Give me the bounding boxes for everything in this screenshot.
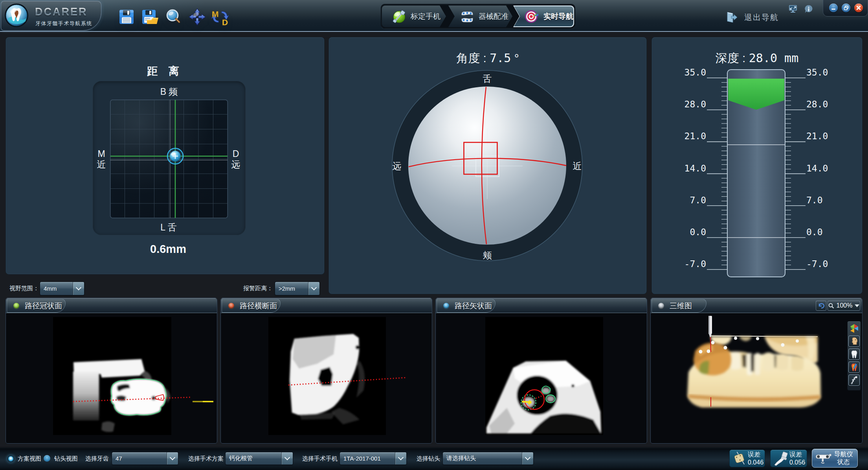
head-icon xyxy=(850,337,859,346)
sagittal-image-area[interactable] xyxy=(436,313,646,443)
error-label: 误差 xyxy=(748,451,763,459)
view-range-value: 4mm xyxy=(40,285,73,292)
path-sagittal-panel: 路径矢状面 xyxy=(435,298,647,444)
zoom-button[interactable] xyxy=(164,7,183,26)
angle-left-label: 远 xyxy=(387,160,407,172)
status-dot-gray xyxy=(658,303,664,309)
tooth-icon xyxy=(850,350,859,359)
move-icon xyxy=(189,8,206,26)
drill-view-label: 钻头视图 xyxy=(54,455,78,463)
tooth-drill-view-button[interactable] xyxy=(848,361,860,373)
coronal-image-area[interactable] xyxy=(6,313,217,443)
undo-rotate-icon xyxy=(818,302,825,309)
svg-text:35.0: 35.0 xyxy=(806,67,828,77)
svg-text:0.0: 0.0 xyxy=(806,227,823,237)
tooth-view-button[interactable] xyxy=(848,348,860,360)
panel-tab[interactable]: 路径矢状面 xyxy=(437,299,495,313)
tooth-select[interactable]: 47 xyxy=(112,452,178,465)
panel-title: 路径矢状面 xyxy=(455,301,492,311)
slices-view-button[interactable] xyxy=(848,323,860,334)
drill-select[interactable]: 请选择钻头 xyxy=(442,452,534,465)
chevron-down-icon xyxy=(308,282,319,295)
svg-text:0.0: 0.0 xyxy=(690,227,706,237)
distance-right-axis-cn: 远 xyxy=(228,159,244,171)
sensor-plate-icon xyxy=(730,451,748,466)
status-dot-blue xyxy=(443,303,449,309)
help-bubble-icon[interactable] xyxy=(804,4,813,15)
plan-select[interactable]: 钙化根管 xyxy=(225,452,293,465)
threed-panel: 三维图 100% xyxy=(650,298,862,444)
tooth-select-value: 47 xyxy=(112,455,167,462)
svg-text:21.0: 21.0 xyxy=(684,131,706,141)
svg-text:7.0: 7.0 xyxy=(690,195,706,205)
status-dot-green xyxy=(13,303,19,309)
alarm-distance-value: >2mm xyxy=(275,285,308,292)
distance-panel-title: 距 离 xyxy=(6,64,325,78)
panel-title: 路径横断面 xyxy=(240,301,277,311)
plan-select-label: 选择手术方案 xyxy=(188,455,224,463)
distance-value: 0.6mm xyxy=(6,243,331,256)
exit-navigation-button[interactable]: 退出导航 xyxy=(726,10,779,24)
exit-navigation-label: 退出导航 xyxy=(744,12,779,23)
zoom-level-select[interactable]: 100% xyxy=(828,300,860,311)
handpiece-calibration-icon xyxy=(392,9,406,24)
reset-view-button[interactable] xyxy=(816,300,826,311)
display-switch-icon[interactable] xyxy=(789,4,798,15)
tab-handpiece-calibration[interactable]: 标定手机 xyxy=(382,6,446,27)
distance-grid xyxy=(110,100,228,220)
svg-text:28.0: 28.0 xyxy=(806,99,828,109)
target-ball-icon xyxy=(167,148,183,164)
alarm-distance-select[interactable]: >2mm xyxy=(275,282,320,295)
panel-tab[interactable]: 路径横断面 xyxy=(222,299,281,313)
svg-text:-7.0: -7.0 xyxy=(806,259,828,269)
close-button[interactable] xyxy=(854,4,863,12)
svg-text:14.0: 14.0 xyxy=(684,163,706,173)
svg-text:21.0: 21.0 xyxy=(806,131,828,141)
error-value: 0.046 xyxy=(748,459,763,466)
save-icon xyxy=(118,9,135,25)
angle-panel-title: 角度 : 7.5 ° xyxy=(328,50,647,66)
handpiece-select[interactable]: 1TA-2017-001 xyxy=(339,452,407,465)
angle-right-label: 近 xyxy=(567,160,587,172)
pin-view-button[interactable] xyxy=(848,374,860,386)
sensor-error-button[interactable]: 误差 0.046 xyxy=(729,450,765,467)
plan-view-radio[interactable] xyxy=(7,455,15,463)
handpiece-error-button[interactable]: 误差 0.056 xyxy=(770,450,807,467)
navigator-status-line2: 状态 xyxy=(833,458,854,466)
svg-text:35.0: 35.0 xyxy=(684,67,706,77)
restore-button[interactable] xyxy=(842,4,850,12)
head-view-button[interactable] xyxy=(848,335,860,347)
panel-tab[interactable]: 三维图 xyxy=(651,299,707,313)
distance-right-axis-letter: D xyxy=(228,149,244,159)
save-button[interactable] xyxy=(117,7,136,26)
tab-instrument-registration[interactable]: 器械配准 xyxy=(448,6,512,27)
view-range-select[interactable]: 4mm xyxy=(40,282,84,295)
depth-gauge: 35.035.028.028.021.021.014.014.07.07.00.… xyxy=(668,63,864,285)
svg-text:14.0: 14.0 xyxy=(806,163,828,173)
angle-value: 7.5 xyxy=(490,51,511,65)
axial-image-area[interactable] xyxy=(221,313,431,443)
drill-select-value: 请选择钻头 xyxy=(443,455,522,462)
move-button[interactable] xyxy=(188,7,207,26)
drill-view-radio[interactable] xyxy=(44,455,50,462)
angle-sphere xyxy=(387,65,587,268)
status-dot-red xyxy=(228,303,234,309)
svg-text:M: M xyxy=(212,9,219,18)
save-as-button[interactable] xyxy=(141,7,160,26)
app-logo-icon xyxy=(4,3,29,28)
error-text: 误差 0.056 xyxy=(789,451,805,466)
chevron-down-icon xyxy=(855,304,859,307)
navigator-status-button[interactable]: 导航仪 状态 xyxy=(812,449,858,468)
panel-title: 三维图 xyxy=(670,301,692,311)
minimize-button[interactable] xyxy=(829,4,838,12)
md-switch-button[interactable]: M D xyxy=(211,7,229,26)
instrument-registration-icon xyxy=(460,9,474,24)
slices-icon xyxy=(849,323,859,334)
threed-toolbar xyxy=(847,321,861,391)
panel-tab[interactable]: 路径冠状面 xyxy=(7,299,66,313)
handpiece-select-label: 选择手术手机 xyxy=(302,455,338,463)
tab-realtime-navigation[interactable]: 实时导航 xyxy=(513,6,574,27)
pin-icon xyxy=(850,376,859,385)
angle-top-label: 舌 xyxy=(477,73,497,85)
threed-view-area[interactable] xyxy=(651,313,862,443)
